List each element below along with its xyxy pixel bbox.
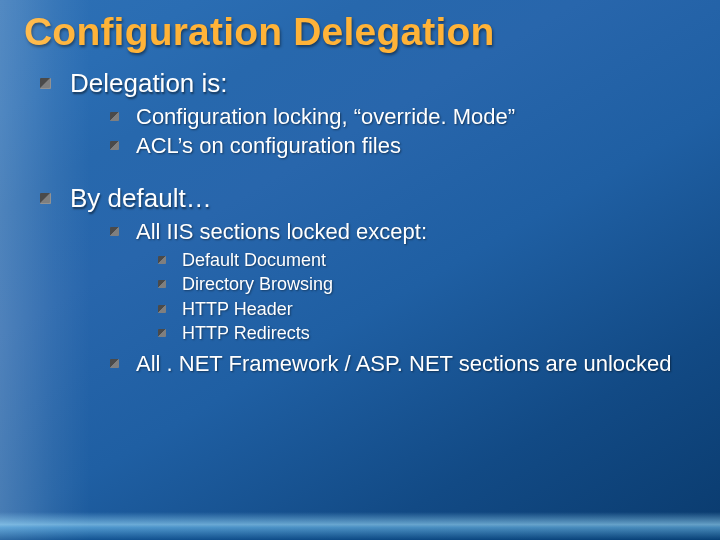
slide-title: Configuration Delegation — [24, 10, 696, 54]
item-default-document: Default Document — [158, 249, 696, 271]
item-all-net-unlocked: All . NET Framework / ASP. NET sections … — [110, 350, 696, 377]
item-by-default: By default… All IIS sections locked exce… — [40, 183, 696, 377]
delegation-is-sublist: Configuration locking, “override. Mode” … — [110, 103, 696, 160]
slide: Configuration Delegation Delegation is: … — [0, 0, 720, 540]
heading-locked-except: All IIS sections locked except: — [136, 219, 427, 244]
item-acls: ACL’s on configuration files — [110, 132, 696, 159]
locked-except-sublist: Default Document Directory Browsing HTTP… — [158, 249, 696, 344]
item-http-header: HTTP Header — [158, 298, 696, 320]
bullet-list-lvl1: Delegation is: Configuration locking, “o… — [40, 68, 696, 378]
item-delegation-is: Delegation is: Configuration locking, “o… — [40, 68, 696, 159]
item-config-locking: Configuration locking, “override. Mode” — [110, 103, 696, 130]
heading-delegation-is: Delegation is: — [70, 68, 228, 98]
by-default-sublist: All IIS sections locked except: Default … — [110, 218, 696, 378]
item-http-redirects: HTTP Redirects — [158, 322, 696, 344]
heading-by-default: By default… — [70, 183, 212, 213]
item-directory-browsing: Directory Browsing — [158, 273, 696, 295]
item-locked-except: All IIS sections locked except: Default … — [110, 218, 696, 345]
